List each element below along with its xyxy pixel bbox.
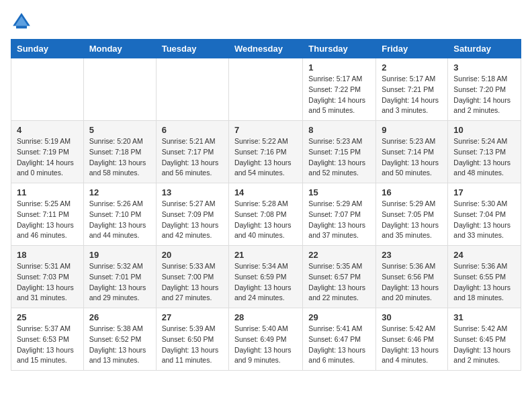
day-cell [156, 58, 228, 121]
day-cell: 21Sunrise: 5:34 AMSunset: 6:59 PMDayligh… [228, 246, 302, 308]
day-number: 6 [162, 125, 223, 135]
day-info: Sunrise: 5:42 AMSunset: 6:46 PMDaylight:… [382, 324, 442, 366]
day-cell: 12Sunrise: 5:26 AMSunset: 7:10 PMDayligh… [83, 183, 156, 246]
calendar-header-row: SundayMondayTuesdayWednesdayThursdayFrid… [11, 40, 521, 58]
day-number: 18 [17, 250, 78, 260]
day-info: Sunrise: 5:36 AMSunset: 6:55 PMDaylight:… [453, 261, 515, 304]
day-cell: 16Sunrise: 5:29 AMSunset: 7:05 PMDayligh… [376, 183, 448, 246]
col-header-thursday: Thursday [303, 40, 376, 58]
day-number: 27 [162, 312, 223, 322]
day-number: 7 [234, 125, 297, 135]
day-number: 11 [17, 187, 78, 197]
day-info: Sunrise: 5:34 AMSunset: 6:59 PMDaylight:… [234, 261, 297, 304]
day-number: 10 [453, 125, 515, 135]
day-number: 15 [308, 187, 370, 197]
day-cell: 26Sunrise: 5:38 AMSunset: 6:52 PMDayligh… [83, 308, 156, 371]
day-info: Sunrise: 5:36 AMSunset: 6:56 PMDaylight:… [382, 261, 442, 304]
day-number: 30 [382, 312, 442, 322]
day-info: Sunrise: 5:21 AMSunset: 7:17 PMDaylight:… [162, 136, 223, 179]
day-info: Sunrise: 5:17 AMSunset: 7:22 PMDaylight:… [308, 74, 370, 116]
day-cell [11, 58, 84, 121]
day-number: 9 [382, 125, 442, 135]
calendar-header: SundayMondayTuesdayWednesdayThursdayFrid… [11, 40, 521, 58]
day-info: Sunrise: 5:38 AMSunset: 6:52 PMDaylight:… [89, 324, 150, 366]
day-cell [228, 58, 302, 121]
day-info: Sunrise: 5:39 AMSunset: 6:50 PMDaylight:… [162, 324, 223, 366]
day-info: Sunrise: 5:17 AMSunset: 7:21 PMDaylight:… [382, 74, 442, 116]
day-cell: 18Sunrise: 5:31 AMSunset: 7:03 PMDayligh… [11, 246, 84, 308]
day-info: Sunrise: 5:22 AMSunset: 7:16 PMDaylight:… [234, 136, 297, 179]
calendar-table: SundayMondayTuesdayWednesdayThursdayFrid… [11, 39, 521, 371]
day-info: Sunrise: 5:23 AMSunset: 7:14 PMDaylight:… [382, 136, 442, 179]
col-header-tuesday: Tuesday [156, 40, 228, 58]
day-cell: 4Sunrise: 5:19 AMSunset: 7:19 PMDaylight… [11, 121, 84, 183]
day-cell: 10Sunrise: 5:24 AMSunset: 7:13 PMDayligh… [448, 121, 521, 183]
day-number: 8 [308, 125, 370, 135]
day-info: Sunrise: 5:26 AMSunset: 7:10 PMDaylight:… [89, 199, 150, 241]
logo [11, 11, 35, 32]
day-info: Sunrise: 5:31 AMSunset: 7:03 PMDaylight:… [17, 261, 78, 304]
day-number: 2 [382, 62, 442, 73]
day-info: Sunrise: 5:35 AMSunset: 6:57 PMDaylight:… [308, 261, 370, 304]
day-cell: 5Sunrise: 5:20 AMSunset: 7:18 PMDaylight… [83, 121, 156, 183]
day-number: 23 [382, 250, 442, 260]
week-row-3: 11Sunrise: 5:25 AMSunset: 7:11 PMDayligh… [11, 183, 521, 246]
col-header-wednesday: Wednesday [228, 40, 302, 58]
day-info: Sunrise: 5:33 AMSunset: 7:00 PMDaylight:… [162, 261, 223, 304]
logo-icon [11, 11, 32, 32]
col-header-sunday: Sunday [11, 40, 84, 58]
day-cell: 28Sunrise: 5:40 AMSunset: 6:49 PMDayligh… [228, 308, 302, 371]
day-number: 5 [89, 125, 150, 135]
day-info: Sunrise: 5:27 AMSunset: 7:09 PMDaylight:… [162, 199, 223, 241]
day-cell: 22Sunrise: 5:35 AMSunset: 6:57 PMDayligh… [303, 246, 376, 308]
day-cell: 31Sunrise: 5:42 AMSunset: 6:45 PMDayligh… [448, 308, 521, 371]
day-cell: 8Sunrise: 5:23 AMSunset: 7:15 PMDaylight… [303, 121, 376, 183]
day-number: 22 [308, 250, 370, 260]
day-number: 28 [234, 312, 297, 322]
day-number: 17 [453, 187, 515, 197]
day-cell: 29Sunrise: 5:41 AMSunset: 6:47 PMDayligh… [303, 308, 376, 371]
day-cell: 3Sunrise: 5:18 AMSunset: 7:20 PMDaylight… [448, 58, 521, 121]
week-row-5: 25Sunrise: 5:37 AMSunset: 6:53 PMDayligh… [11, 308, 521, 371]
day-number: 26 [89, 312, 150, 322]
calendar-body: 1Sunrise: 5:17 AMSunset: 7:22 PMDaylight… [11, 58, 521, 371]
day-cell: 13Sunrise: 5:27 AMSunset: 7:09 PMDayligh… [156, 183, 228, 246]
day-info: Sunrise: 5:30 AMSunset: 7:04 PMDaylight:… [453, 199, 515, 241]
day-info: Sunrise: 5:41 AMSunset: 6:47 PMDaylight:… [308, 324, 370, 366]
day-info: Sunrise: 5:40 AMSunset: 6:49 PMDaylight:… [234, 324, 297, 366]
day-cell: 23Sunrise: 5:36 AMSunset: 6:56 PMDayligh… [376, 246, 448, 308]
day-info: Sunrise: 5:19 AMSunset: 7:19 PMDaylight:… [17, 136, 78, 179]
svg-rect-2 [16, 26, 27, 28]
day-cell: 15Sunrise: 5:29 AMSunset: 7:07 PMDayligh… [303, 183, 376, 246]
day-info: Sunrise: 5:29 AMSunset: 7:07 PMDaylight:… [308, 199, 370, 241]
day-number: 20 [162, 250, 223, 260]
day-cell: 9Sunrise: 5:23 AMSunset: 7:14 PMDaylight… [376, 121, 448, 183]
day-number: 14 [234, 187, 297, 197]
day-cell: 11Sunrise: 5:25 AMSunset: 7:11 PMDayligh… [11, 183, 84, 246]
day-cell: 7Sunrise: 5:22 AMSunset: 7:16 PMDaylight… [228, 121, 302, 183]
week-row-2: 4Sunrise: 5:19 AMSunset: 7:19 PMDaylight… [11, 121, 521, 183]
day-info: Sunrise: 5:29 AMSunset: 7:05 PMDaylight:… [382, 199, 442, 241]
day-cell [83, 58, 156, 121]
day-info: Sunrise: 5:25 AMSunset: 7:11 PMDaylight:… [17, 199, 78, 241]
day-info: Sunrise: 5:37 AMSunset: 6:53 PMDaylight:… [17, 324, 78, 366]
day-cell: 25Sunrise: 5:37 AMSunset: 6:53 PMDayligh… [11, 308, 84, 371]
day-number: 3 [453, 62, 515, 73]
week-row-4: 18Sunrise: 5:31 AMSunset: 7:03 PMDayligh… [11, 246, 521, 308]
day-info: Sunrise: 5:28 AMSunset: 7:08 PMDaylight:… [234, 199, 297, 241]
day-number: 12 [89, 187, 150, 197]
day-number: 13 [162, 187, 223, 197]
day-cell: 1Sunrise: 5:17 AMSunset: 7:22 PMDaylight… [303, 58, 376, 121]
day-cell: 6Sunrise: 5:21 AMSunset: 7:17 PMDaylight… [156, 121, 228, 183]
day-number: 29 [308, 312, 370, 322]
day-info: Sunrise: 5:24 AMSunset: 7:13 PMDaylight:… [453, 136, 515, 179]
week-row-1: 1Sunrise: 5:17 AMSunset: 7:22 PMDaylight… [11, 58, 521, 121]
day-number: 16 [382, 187, 442, 197]
col-header-saturday: Saturday [448, 40, 521, 58]
day-number: 25 [17, 312, 78, 322]
page-header [11, 11, 521, 32]
day-cell: 20Sunrise: 5:33 AMSunset: 7:00 PMDayligh… [156, 246, 228, 308]
day-number: 31 [453, 312, 515, 322]
day-cell: 14Sunrise: 5:28 AMSunset: 7:08 PMDayligh… [228, 183, 302, 246]
day-number: 1 [308, 62, 370, 73]
